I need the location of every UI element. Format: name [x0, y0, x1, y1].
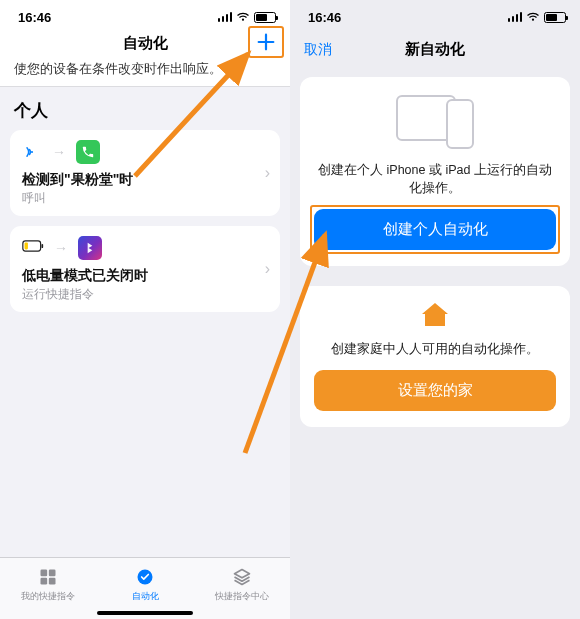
wifi-icon	[236, 12, 250, 22]
automation-sub: 运行快捷指令	[22, 287, 268, 302]
personal-description: 创建在个人 iPhone 或 iPad 上运行的自动化操作。	[314, 161, 556, 197]
status-bar: 16:46	[0, 0, 290, 30]
shortcuts-app-icon	[78, 236, 102, 260]
arrow-right-icon: →	[52, 240, 70, 256]
low-battery-icon	[22, 239, 44, 257]
tab-my-shortcuts[interactable]: 我的快捷指令	[0, 558, 97, 619]
nav-bar: 取消 新自动化	[290, 30, 580, 69]
grid-icon	[37, 567, 59, 587]
automation-item-battery[interactable]: → 低电量模式已关闭时 运行快捷指令 ›	[10, 226, 280, 312]
svg-point-0	[31, 151, 33, 153]
home-automation-card: 创建家庭中人人可用的自动化操作。 设置您的家	[300, 286, 570, 427]
cancel-button[interactable]: 取消	[304, 41, 332, 59]
svg-rect-6	[41, 577, 48, 584]
battery-icon	[254, 12, 276, 23]
status-bar: 16:46	[290, 0, 580, 30]
tab-label: 快捷指令中心	[215, 590, 269, 603]
tab-automation[interactable]: 自动化	[97, 558, 194, 619]
status-time: 16:46	[308, 10, 341, 25]
chevron-right-icon: ›	[265, 260, 270, 278]
automation-title: 低电量模式已关闭时	[22, 267, 268, 285]
status-icons	[218, 12, 277, 23]
wifi-icon	[526, 12, 540, 22]
svg-rect-2	[41, 244, 43, 248]
layers-icon	[231, 567, 253, 587]
new-automation-screen: 16:46 取消 新自动化 创建在个人 iPhone 或 iPad 上运行的自动…	[290, 0, 580, 619]
battery-icon	[544, 12, 566, 23]
signal-icon	[508, 12, 523, 22]
home-description: 创建家庭中人人可用的自动化操作。	[314, 340, 556, 358]
add-automation-button[interactable]	[250, 28, 282, 56]
nfc-icon	[22, 142, 42, 162]
page-title: 自动化	[123, 34, 168, 51]
plus-icon	[255, 31, 277, 53]
phone-app-icon	[76, 140, 100, 164]
tab-label: 自动化	[132, 590, 159, 603]
home-indicator[interactable]	[97, 611, 193, 615]
arrow-right-icon: →	[50, 144, 68, 160]
devices-icon	[314, 95, 556, 149]
create-personal-automation-button[interactable]: 创建个人自动化	[314, 209, 556, 250]
automation-sub: 呼叫	[22, 191, 268, 206]
automation-title: 检测到"果粉堂"时	[22, 171, 268, 189]
svg-rect-3	[25, 243, 28, 250]
home-icon	[314, 300, 556, 330]
svg-rect-7	[49, 577, 56, 584]
chevron-right-icon: ›	[265, 164, 270, 182]
automation-list-screen: 16:46 自动化 使您的设备在条件改变时作出响应。 个人	[0, 0, 290, 619]
automation-item-nfc[interactable]: → 检测到"果粉堂"时 呼叫 ›	[10, 130, 280, 216]
svg-rect-4	[41, 569, 48, 576]
signal-icon	[218, 12, 233, 22]
nav-bar: 自动化	[0, 30, 290, 61]
tab-label: 我的快捷指令	[21, 590, 75, 603]
svg-rect-5	[49, 569, 56, 576]
page-title: 新自动化	[405, 40, 465, 59]
setup-home-button[interactable]: 设置您的家	[314, 370, 556, 411]
tab-gallery[interactable]: 快捷指令中心	[193, 558, 290, 619]
tab-bar: 我的快捷指令 自动化 快捷指令中心	[0, 557, 290, 619]
section-personal: 个人	[0, 87, 290, 130]
status-time: 16:46	[18, 10, 51, 25]
page-subtitle: 使您的设备在条件改变时作出响应。	[0, 61, 290, 87]
status-icons	[508, 12, 567, 23]
personal-automation-card: 创建在个人 iPhone 或 iPad 上运行的自动化操作。 创建个人自动化	[300, 77, 570, 266]
clock-check-icon	[134, 567, 156, 587]
